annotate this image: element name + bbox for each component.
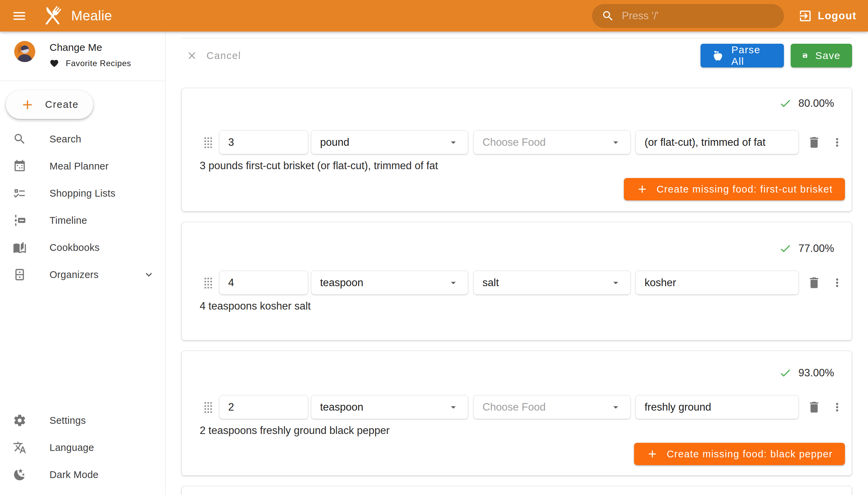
confidence-row: 80.00% xyxy=(182,97,852,110)
create-missing-food-button[interactable]: Create missing food: first-cut brisket xyxy=(624,178,845,200)
main-content: Cancel Parse All Save 80.00% 3 pound xyxy=(166,32,868,495)
drag-handle-icon[interactable] xyxy=(203,401,212,413)
ingredient-card: 80.00% 3 pound Choose Food (or flat-cut)… xyxy=(182,88,852,211)
confidence-row: 93.00% xyxy=(182,366,852,379)
sidebar-item-organizers[interactable]: Organizers xyxy=(0,261,165,288)
unit-select[interactable]: pound xyxy=(311,130,468,154)
parse-all-label: Parse All xyxy=(731,44,772,67)
plus-icon xyxy=(20,97,35,112)
missing-food-row: Create missing food: first-cut brisket xyxy=(182,178,852,200)
quantity-input[interactable]: 2 xyxy=(219,395,308,419)
sidebar-item-settings[interactable]: Settings xyxy=(0,407,165,434)
unit-value: teaspoon xyxy=(320,401,363,413)
menu-icon[interactable] xyxy=(12,8,27,24)
kebab-menu-icon[interactable] xyxy=(831,136,844,149)
ingredient-input-row: 2 teaspoon Choose Food freshly ground xyxy=(182,395,852,419)
quantity-input[interactable]: 4 xyxy=(219,271,308,295)
note-input[interactable]: freshly ground xyxy=(635,395,799,419)
sidebar-item-meal-planner[interactable]: Meal Planner xyxy=(0,153,165,180)
sidebar-item-label: Timeline xyxy=(50,215,87,226)
avatar[interactable] xyxy=(14,41,35,62)
trash-icon[interactable] xyxy=(807,400,821,414)
menu-down-icon xyxy=(610,137,622,148)
parser-toolbar: Cancel Parse All Save xyxy=(182,44,852,67)
confidence-value: 77.00% xyxy=(799,242,834,255)
sidebar-item-label: Search xyxy=(50,134,81,145)
favorite-recipes-link[interactable]: Favorite Recipes xyxy=(50,59,131,68)
calendar-icon xyxy=(13,159,27,173)
sidebar-item-shopping-lists[interactable]: Shopping Lists xyxy=(0,180,165,207)
app-title: Mealie xyxy=(71,8,112,23)
sidebar-item-label: Organizers xyxy=(50,269,99,280)
search-placeholder: Press '/' xyxy=(622,10,659,22)
food-value: salt xyxy=(482,277,499,289)
missing-food-row: Create missing food: black pepper xyxy=(182,443,852,465)
unit-value: teaspoon xyxy=(320,277,363,289)
sidebar-item-label: Language xyxy=(50,442,94,453)
logout-button[interactable]: Logout xyxy=(798,9,856,23)
plus-icon xyxy=(646,448,659,460)
toolbar-actions: Parse All Save xyxy=(700,44,852,67)
menu-down-icon xyxy=(610,402,622,413)
search-input[interactable]: Press '/' xyxy=(592,4,784,28)
translate-icon xyxy=(13,441,27,454)
confidence-value: 80.00% xyxy=(799,97,834,109)
original-ingredient-text: 4 teaspoons kosher salt xyxy=(200,300,852,312)
create-missing-food-label: Create missing food: first-cut brisket xyxy=(657,184,833,195)
app-bar: Mealie Press '/' Logout xyxy=(0,0,868,32)
food-select[interactable]: Choose Food xyxy=(473,130,631,154)
note-value: freshly ground xyxy=(645,401,711,413)
trash-icon[interactable] xyxy=(807,276,821,290)
sidebar-item-label: Settings xyxy=(50,415,86,426)
create-missing-food-label: Create missing food: black pepper xyxy=(667,448,833,460)
search-icon xyxy=(13,132,27,146)
sidebar-item-cookbooks[interactable]: Cookbooks xyxy=(0,234,165,261)
kebab-menu-icon[interactable] xyxy=(831,276,844,289)
chevron-down-icon xyxy=(143,269,155,281)
unit-select[interactable]: teaspoon xyxy=(311,395,468,419)
moon-icon xyxy=(13,468,27,481)
save-icon xyxy=(802,49,808,62)
sidebar-item-dark-mode[interactable]: Dark Mode xyxy=(0,461,165,488)
sidebar-item-language[interactable]: Language xyxy=(0,434,165,461)
trash-icon[interactable] xyxy=(807,135,821,150)
user-name[interactable]: Change Me xyxy=(50,42,131,53)
food-select[interactable]: Choose Food xyxy=(473,395,631,419)
kebab-menu-icon[interactable] xyxy=(831,401,844,414)
sidebar-item-timeline[interactable]: Timeline xyxy=(0,207,165,234)
check-icon xyxy=(779,242,792,255)
drag-handle-icon[interactable] xyxy=(203,136,212,149)
mealie-logo-icon xyxy=(40,3,65,29)
note-input[interactable]: kosher xyxy=(635,271,799,295)
sidebar-item-label: Shopping Lists xyxy=(50,188,115,199)
create-missing-food-button[interactable]: Create missing food: black pepper xyxy=(634,443,845,465)
save-button[interactable]: Save xyxy=(791,44,852,67)
create-button[interactable]: Create xyxy=(6,90,93,119)
apple-icon xyxy=(712,49,724,62)
plus-icon xyxy=(636,183,648,195)
unit-value: pound xyxy=(320,136,349,149)
sidebar-item-search[interactable]: Search xyxy=(0,125,165,153)
note-value: kosher xyxy=(645,277,676,289)
menu-down-icon xyxy=(447,277,459,289)
gear-icon xyxy=(13,414,27,427)
heart-icon xyxy=(50,59,59,68)
close-icon xyxy=(186,50,198,62)
quantity-value: 4 xyxy=(228,277,234,289)
original-ingredient-text: 2 teaspoons freshly ground black pepper xyxy=(200,425,852,437)
quantity-value: 3 xyxy=(228,136,234,149)
original-ingredient-text: 3 pounds first-cut brisket (or flat-cut)… xyxy=(200,160,852,172)
note-input[interactable]: (or flat-cut), trimmed of fat xyxy=(635,130,799,154)
cancel-button[interactable]: Cancel xyxy=(186,50,241,62)
menu-down-icon xyxy=(447,137,459,148)
logout-icon xyxy=(798,9,812,23)
unit-select[interactable]: teaspoon xyxy=(311,271,468,295)
note-value: (or flat-cut), trimmed of fat xyxy=(645,136,766,149)
food-select[interactable]: salt xyxy=(473,271,631,295)
drag-handle-icon[interactable] xyxy=(203,277,212,289)
parse-all-button[interactable]: Parse All xyxy=(700,44,784,67)
sidebar-nav: Search Meal Planner Shopping Lists Timel… xyxy=(0,125,165,288)
quantity-input[interactable]: 3 xyxy=(219,130,308,154)
sidebar: Change Me Favorite Recipes Create Search… xyxy=(0,32,166,495)
search-icon xyxy=(601,10,614,22)
